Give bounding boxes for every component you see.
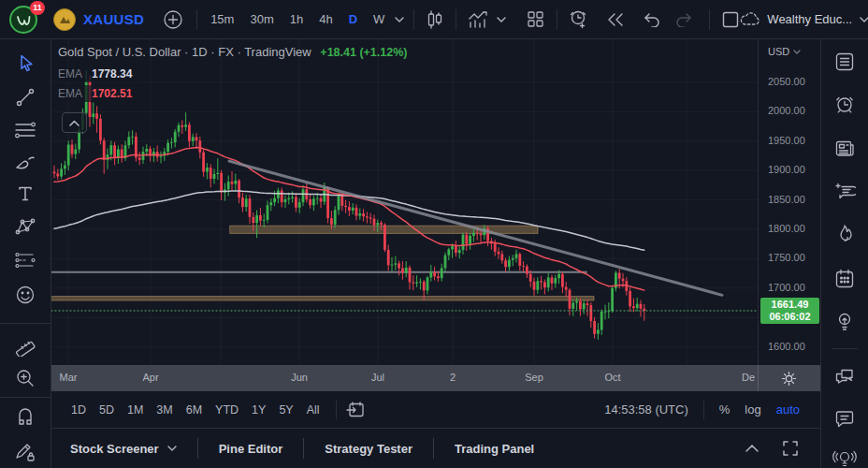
- chart-style-candles-icon[interactable]: [426, 9, 444, 30]
- save-layout-icon[interactable]: [721, 10, 740, 29]
- indicators-chevron-icon[interactable]: [497, 17, 506, 22]
- alerts-clock-icon[interactable]: [828, 88, 861, 122]
- drawing-toolbar: [0, 39, 51, 468]
- chart-pane[interactable]: Gold Spot / U.S. Dollar · 1D · FX · Trad…: [51, 39, 758, 365]
- indicator-row-ema2[interactable]: EMA 1702.51: [58, 85, 137, 102]
- symbol-title[interactable]: Gold Spot / U.S. Dollar · 1D · FX · Trad…: [58, 45, 311, 59]
- clock-utc[interactable]: 14:53:58 (UTC): [604, 402, 688, 417]
- drawing-lock-icon[interactable]: [9, 438, 41, 466]
- news-icon[interactable]: [828, 131, 861, 165]
- symbol-search-button[interactable]: XAUUSD: [53, 8, 144, 31]
- time-tick: De: [742, 372, 755, 383]
- notification-badge: 11: [30, 1, 45, 15]
- time-axis[interactable]: MarAprJunJul2SepOctDe: [51, 365, 820, 391]
- account-name: Wealthy Educ...: [767, 12, 852, 26]
- timeframe-1d[interactable]: D: [343, 8, 363, 30]
- range-all[interactable]: All: [300, 400, 326, 420]
- price-tick: 1850.00: [768, 194, 805, 205]
- time-tick: Apr: [142, 372, 158, 383]
- brush-tool-icon[interactable]: [9, 148, 41, 176]
- fib-retracement-tool-icon[interactable]: [9, 116, 41, 144]
- timeframe-30m[interactable]: 30m: [244, 8, 279, 30]
- chart-settings-gear-icon[interactable]: [777, 367, 800, 389]
- time-tick: Jun: [291, 372, 308, 383]
- range-6m[interactable]: 6M: [180, 400, 209, 420]
- price-change: +18.41 (+1.12%): [320, 46, 407, 59]
- account-chevron-icon: [860, 17, 868, 22]
- range-1y[interactable]: 1Y: [245, 400, 272, 420]
- bottom-toolbar: 1D 5D 1M 3M 6M YTD 1Y 5Y All 14:53:58 (U…: [51, 391, 820, 429]
- bar-replay-icon[interactable]: [606, 13, 625, 26]
- log-scale-toggle[interactable]: log: [737, 399, 768, 420]
- data-window-icon[interactable]: [828, 174, 861, 208]
- price-axis[interactable]: USD 2050.002000.001950.001900.001850.001…: [758, 39, 820, 365]
- compare-add-icon[interactable]: [163, 9, 183, 30]
- measure-tool-icon[interactable]: [9, 331, 41, 359]
- emoji-tool-icon[interactable]: [9, 281, 41, 309]
- price-axis-currency[interactable]: USD: [768, 46, 801, 57]
- indicator-row-ema1[interactable]: EMA 1778.34: [58, 66, 137, 82]
- go-to-date-icon[interactable]: [346, 402, 365, 418]
- forecast-tool-icon[interactable]: [9, 246, 41, 274]
- range-ytd[interactable]: YTD: [209, 400, 245, 420]
- cursor-tool-icon[interactable]: [9, 50, 41, 78]
- range-1m[interactable]: 1M: [121, 400, 150, 420]
- indicators-icon[interactable]: [467, 9, 489, 30]
- text-tool-icon[interactable]: [9, 180, 41, 208]
- symbol-name: XAUUSD: [83, 11, 144, 27]
- streams-icon[interactable]: [828, 442, 861, 468]
- current-price: 1661.49: [772, 299, 809, 311]
- legend-collapse-button[interactable]: [62, 112, 87, 133]
- hotlists-flame-icon[interactable]: [828, 217, 861, 251]
- home-logo-button[interactable]: 11: [9, 6, 37, 34]
- percent-scale-toggle[interactable]: %: [712, 399, 738, 420]
- undo-icon[interactable]: [642, 12, 660, 27]
- layout-grid-icon[interactable]: [527, 10, 544, 28]
- tab-trading-panel[interactable]: Trading Panel: [434, 429, 555, 468]
- public-chats-icon[interactable]: [828, 359, 861, 393]
- private-chat-icon[interactable]: [828, 402, 861, 435]
- price-tick: 1750.00: [768, 252, 805, 263]
- chart-legend: Gold Spot / U.S. Dollar · 1D · FX · Trad…: [58, 45, 407, 102]
- watchlist-icon[interactable]: [828, 45, 861, 79]
- axis-corner-divider: [758, 365, 759, 391]
- cloud-sync-icon: [740, 10, 760, 29]
- account-menu[interactable]: Wealthy Educ...: [740, 10, 868, 29]
- timeframe-1w[interactable]: W: [368, 8, 390, 30]
- zoom-in-tool-icon[interactable]: [9, 364, 41, 392]
- time-tick: Mar: [60, 372, 78, 383]
- alert-add-icon[interactable]: [568, 8, 589, 30]
- tab-strategy-tester[interactable]: Strategy Tester: [304, 429, 433, 468]
- trend-line-tool-icon[interactable]: [9, 83, 41, 111]
- symbol-title-row[interactable]: Gold Spot / U.S. Dollar · 1D · FX · Trad…: [58, 45, 407, 59]
- tab-pine-editor[interactable]: Pine Editor: [198, 429, 304, 468]
- range-5y[interactable]: 5Y: [272, 400, 299, 420]
- current-price-label[interactable]: 1661.49 06:06:02: [760, 298, 819, 324]
- timeframe-4h[interactable]: 4h: [313, 8, 338, 30]
- timeframe-menu-chevron-icon[interactable]: [395, 17, 404, 22]
- time-tick: Sep: [525, 372, 543, 383]
- time-tick: Jul: [371, 372, 384, 383]
- price-tick: 1600.00: [768, 341, 805, 352]
- indicator-label: EMA: [58, 67, 82, 80]
- redo-icon[interactable]: [675, 12, 694, 27]
- fullscreen-icon[interactable]: [783, 441, 798, 456]
- indicator-value: 1778.34: [92, 67, 132, 80]
- timeframe-1h[interactable]: 1h: [284, 8, 309, 30]
- screener-chevron-icon: [167, 446, 177, 451]
- economic-calendar-icon[interactable]: [828, 262, 861, 296]
- price-tick: 1700.00: [768, 282, 805, 293]
- pattern-tool-icon[interactable]: [9, 212, 41, 241]
- bar-countdown: 06:06:02: [769, 311, 810, 323]
- tab-stock-screener[interactable]: Stock Screener: [65, 429, 197, 468]
- range-3m[interactable]: 3M: [150, 400, 179, 420]
- range-1d[interactable]: 1D: [65, 400, 93, 420]
- range-5d[interactable]: 5D: [93, 400, 121, 420]
- magnet-tool-icon[interactable]: [9, 404, 41, 432]
- panel-collapse-chevron-icon[interactable]: [745, 445, 759, 452]
- bottom-panel: Stock Screener Pine Editor Strategy Test…: [51, 429, 820, 468]
- ideas-lightbulb-icon[interactable]: [828, 305, 861, 339]
- timeframe-15m[interactable]: 15m: [205, 8, 239, 30]
- auto-scale-toggle[interactable]: auto: [769, 399, 807, 420]
- indicator-label: EMA: [58, 87, 82, 100]
